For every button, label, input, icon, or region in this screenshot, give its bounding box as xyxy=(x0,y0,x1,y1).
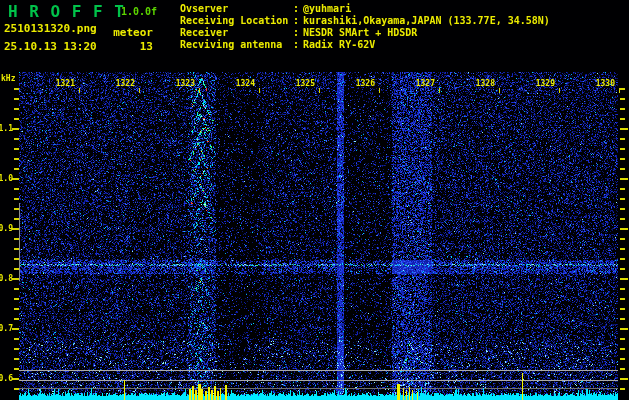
info-value: NESDR SMArt + HDSDR xyxy=(303,27,417,38)
freq-tick-label: 0.7 xyxy=(0,324,13,333)
timestamp-label: 25.10.13 13:20 xyxy=(4,41,97,53)
station-info-row: Recviving antenna:Radix RY-62V xyxy=(180,39,550,51)
info-separator: : xyxy=(293,27,303,38)
app-version-label: 1.0.0f xyxy=(121,6,157,17)
info-value: Radix RY-62V xyxy=(303,39,375,50)
station-info-row: Receiving Location:kurashiki,Okayama,JAP… xyxy=(180,15,550,27)
time-tick-label: 1323 xyxy=(171,79,195,88)
meteor-count-label: 13 xyxy=(95,41,153,53)
time-tick-label: 1324 xyxy=(231,79,255,88)
info-value: kurashiki,Okayama,JAPAN (133.77E, 34.58N… xyxy=(303,15,550,26)
info-label: Receiver xyxy=(180,27,293,38)
station-info-block: Ovserver:@yuhmariReceiving Location:kura… xyxy=(180,3,550,51)
info-separator: : xyxy=(293,15,303,26)
freq-tick-label: 0.8 xyxy=(0,274,13,283)
time-tick-label: 1329 xyxy=(531,79,555,88)
time-tick-label: 1330 xyxy=(591,79,615,88)
info-separator: : xyxy=(293,39,303,50)
info-label: Ovserver xyxy=(180,3,293,14)
station-info-row: Ovserver:@yuhmari xyxy=(180,3,550,15)
freq-tick-label: 0.9 xyxy=(0,224,13,233)
time-tick-label: 1328 xyxy=(471,79,495,88)
info-value: @yuhmari xyxy=(303,3,351,14)
app-title: H R O F F T xyxy=(8,3,125,21)
spectrogram-canvas xyxy=(0,0,629,400)
time-tick-label: 1321 xyxy=(51,79,75,88)
time-tick-label: 1322 xyxy=(111,79,135,88)
station-info-row: Receiver:NESDR SMArt + HDSDR xyxy=(180,27,550,39)
freq-tick-label: 1.0 xyxy=(0,174,13,183)
info-separator: : xyxy=(293,3,303,14)
info-label: Recviving antenna xyxy=(180,39,293,50)
info-label: Receiving Location xyxy=(180,15,293,26)
time-tick-label: 1325 xyxy=(291,79,315,88)
freq-tick-label: 1.1 xyxy=(0,124,13,133)
mode-label: meteor xyxy=(95,27,153,39)
y-axis-unit-label: kHz xyxy=(1,75,15,84)
time-tick-label: 1326 xyxy=(351,79,375,88)
hrofft-output-window: H R O F F T 1.0.0f 2510131320.png meteor… xyxy=(0,0,629,400)
output-filename: 2510131320.png xyxy=(4,23,97,35)
freq-tick-label: 0.6 xyxy=(0,374,13,383)
time-tick-label: 1327 xyxy=(411,79,435,88)
